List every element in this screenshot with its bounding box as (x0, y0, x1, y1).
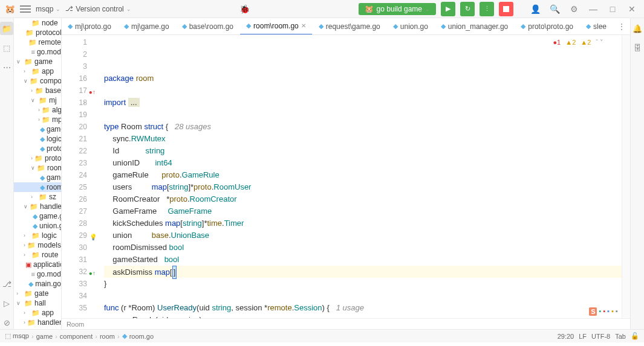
code-line[interactable]: roomDismissed bool (104, 242, 622, 254)
tree-node[interactable]: 📁remote (14, 37, 61, 47)
code-line[interactable]: type Room struct { 28 usages (104, 121, 622, 133)
tree-node[interactable]: ›📁gate (14, 289, 61, 298)
editor-tab[interactable]: ◆proto\proto.go (515, 18, 580, 35)
code-line[interactable]: package room (104, 72, 622, 85)
editor-tab[interactable]: ◆union.go (387, 18, 435, 35)
tree-node[interactable]: ›📁models (14, 240, 61, 250)
tree-node[interactable]: ›📁proto (14, 153, 61, 163)
reader-mode-icons[interactable]: S▪▪▪▪▪ (589, 307, 618, 316)
code-line[interactable]: users map[string]*proto.RoomUser (104, 181, 622, 193)
editor-tab[interactable]: ◆mj\game.go (118, 18, 176, 35)
code-line[interactable]: } (104, 278, 622, 290)
tree-node[interactable]: ◆game.g (14, 211, 61, 221)
maximize-icon[interactable]: □ (605, 2, 620, 16)
tree-node[interactable]: ≡go.mod (14, 47, 61, 57)
code-line[interactable]: r.userReady(uid, session) (104, 314, 622, 318)
tree-node[interactable]: ›📁logic (14, 231, 61, 240)
user-icon[interactable]: 👤 (528, 2, 542, 16)
error-stripe[interactable] (622, 35, 630, 318)
tree-node[interactable]: ∨📁hall (14, 298, 61, 308)
structure-tool-icon[interactable]: ⬚ (0, 41, 13, 54)
minimize-icon[interactable]: — (586, 2, 600, 16)
problems-tool-icon[interactable]: ⊘ (0, 316, 13, 329)
tree-node[interactable]: ›📁base (14, 86, 61, 95)
nav-breadcrumb[interactable]: ⬚ msqp › game › component › room › ◆ roo… (5, 332, 154, 340)
tree-node[interactable]: ›📁sz (14, 192, 61, 202)
run-config-button[interactable]: 🐹go build game⌄ (359, 3, 436, 15)
code-line[interactable] (104, 109, 622, 121)
debug-center-icon[interactable]: 🐞 (239, 4, 250, 14)
tree-node[interactable]: ∨📁room (14, 163, 61, 173)
stop-button[interactable] (499, 2, 513, 16)
tree-node[interactable]: ›📁handler (14, 318, 61, 327)
debug-button[interactable]: ↻ (460, 2, 475, 16)
more-actions-button[interactable]: ⋮ (480, 2, 494, 16)
tree-node[interactable]: ◆game.g (14, 124, 61, 134)
code-line[interactable]: RoomCreator *proto.RoomCreator (104, 193, 622, 205)
database-icon[interactable]: 🗄 (631, 41, 644, 54)
tree-node[interactable]: ›📁alg (14, 105, 61, 115)
code-line[interactable]: ›import ... (104, 97, 622, 109)
code-line[interactable]: Id string (104, 145, 622, 157)
tree-node[interactable]: ◆proto.g (14, 144, 61, 153)
project-tree[interactable]: 📁node📁protocol📁remote≡go.mod∨📁game›📁app∨… (14, 18, 62, 329)
code-breadcrumb[interactable]: Room (62, 318, 630, 329)
tree-node[interactable]: ◆logic.gc (14, 134, 61, 144)
line-ending[interactable]: LF (579, 333, 587, 340)
editor-tab[interactable]: ◆request\game.go (313, 18, 387, 35)
tree-node[interactable]: ≡go.mod (14, 269, 61, 279)
tree-node[interactable]: ›📁mp (14, 115, 61, 124)
editor-tab[interactable]: ◆base\room.go (176, 18, 240, 35)
tree-node[interactable]: ◆room.g (14, 182, 61, 192)
code-line[interactable]: union base.UnionBase (104, 229, 622, 242)
tree-node[interactable]: ◆main.go (14, 279, 61, 289)
search-icon[interactable]: 🔍 (547, 2, 562, 16)
encoding[interactable]: UTF-8 (591, 333, 610, 340)
code-line[interactable] (104, 85, 622, 97)
project-tool-icon[interactable]: 📁 (0, 22, 13, 35)
tree-node[interactable]: 📁protocol (14, 28, 61, 37)
tabs-more-icon[interactable]: ⋮ (613, 22, 630, 31)
code-line[interactable] (104, 290, 622, 302)
code-line[interactable]: kickSchedules map[string]*time.Timer (104, 217, 622, 229)
editor-tab[interactable]: ◆union_manager.go (435, 18, 515, 35)
code-line[interactable]: sync.RWMutex (104, 133, 622, 145)
tree-node[interactable]: ›📁app (14, 66, 61, 76)
git-tool-icon[interactable]: ⎇ (0, 277, 13, 290)
code-editor[interactable]: ●1 ▲2 ▲2 ˆ ˅ package room›import ...type… (92, 35, 622, 318)
tree-node[interactable]: ∨📁handler (14, 202, 61, 211)
project-selector[interactable]: msqp⌄ (36, 5, 60, 13)
tree-node[interactable]: ∨📁component (14, 76, 61, 86)
code-line[interactable]: func (r *Room) UserReady(uid string, ses… (104, 302, 622, 314)
tree-node[interactable]: ▣application.y (14, 260, 61, 269)
editor-area: ◆mj\proto.go◆mj\game.go◆base\room.go◆roo… (62, 18, 630, 329)
caret-position[interactable]: 29:20 (558, 333, 574, 340)
tree-node[interactable]: ›📁app (14, 308, 61, 318)
vcs-widget[interactable]: ⎇Version control⌄ (65, 5, 131, 13)
code-line[interactable]: askDismiss map[] (104, 266, 622, 278)
code-line[interactable]: gameStarted bool (104, 254, 622, 266)
indent[interactable]: Tab (615, 333, 626, 340)
inspection-widget[interactable]: ●1 ▲2 ▲2 ˆ ˅ (553, 36, 603, 48)
editor-tab[interactable]: ◆room\room.go✕ (240, 18, 313, 35)
notifications-icon[interactable]: 🔔 (631, 22, 644, 35)
run-tool-icon[interactable]: ▷ (0, 296, 13, 310)
tree-node[interactable]: ◆game.g (14, 173, 61, 182)
tree-node[interactable]: ∨📁game (14, 57, 61, 66)
tree-node[interactable]: ∨📁mj (14, 95, 61, 105)
run-button[interactable]: ▶ (441, 2, 455, 16)
code-line[interactable]: unionID int64 (104, 157, 622, 169)
tree-node[interactable]: ◆union.go (14, 221, 61, 231)
hamburger-icon[interactable] (20, 5, 31, 13)
close-window-icon[interactable]: ✕ (625, 2, 639, 16)
editor-tab[interactable]: ◆slee (580, 18, 613, 35)
code-line[interactable]: gameRule proto.GameRule (104, 169, 622, 181)
tree-node[interactable]: ›📁models (14, 327, 61, 329)
code-line[interactable]: GameFrame GameFrame (104, 205, 622, 217)
tree-node[interactable]: 📁node (14, 18, 61, 28)
readonly-icon[interactable]: 🔓 (631, 332, 639, 340)
more-tool-icon[interactable]: ⋯ (0, 60, 13, 74)
tree-node[interactable]: ›📁route (14, 250, 61, 260)
editor-tab[interactable]: ◆mj\proto.go (62, 18, 118, 35)
settings-icon[interactable]: ⚙ (567, 2, 581, 16)
